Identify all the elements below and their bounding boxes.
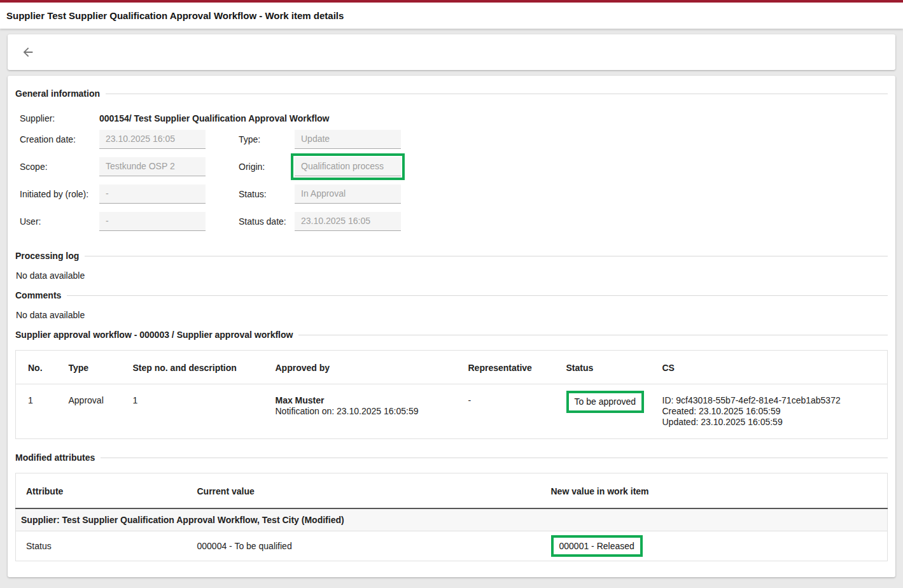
approval-table-row: 1 Approval 1 Max Muster Notification on:…	[16, 384, 888, 439]
type-label: Type:	[239, 134, 295, 144]
modified-table-header-row: Attribute Current value New value in wor…	[16, 473, 888, 509]
type-field: Update	[295, 130, 401, 149]
work-item-details-card: General information Supplier: 000154/ Te…	[8, 76, 895, 577]
section-divider	[85, 256, 888, 256]
status-label: Status:	[239, 189, 295, 199]
col-new-value: New value in work item	[541, 473, 888, 509]
form-row: User: - Status date: 23.10.2025 16:05	[20, 207, 888, 235]
title-bar: Supplier Test Supplier Qualification App…	[0, 3, 903, 29]
section-modified-attributes: Modified attributes	[15, 452, 888, 463]
modified-table-group-row: Supplier: Test Supplier Qualification Ap…	[16, 508, 888, 531]
scope-field: Testkunde OSP 2	[99, 157, 206, 176]
scope-label: Scope:	[20, 162, 99, 172]
section-divider	[67, 295, 888, 296]
form-row: Initiated by (role): - Status: In Approv…	[20, 180, 888, 207]
processing-log-empty-text: No data available	[16, 270, 888, 281]
status-date-label: Status date:	[239, 216, 295, 227]
col-approved-by: Approved by	[263, 351, 456, 384]
supplier-row: Supplier: 000154/ Test Supplier Qualific…	[20, 113, 888, 123]
cell-type: Approval	[57, 384, 121, 439]
section-divider	[106, 94, 888, 94]
creation-date-label: Creation date:	[20, 134, 99, 144]
col-cs: CS	[650, 351, 888, 384]
col-step: Step no. and description	[121, 351, 263, 384]
back-button[interactable]	[21, 45, 35, 59]
form-row: Scope: Testkunde OSP 2 Origin: Qualifica…	[20, 153, 888, 180]
page-title: Supplier Test Supplier Qualification App…	[6, 10, 344, 21]
cell-new-value: 000001 - Released	[541, 531, 888, 561]
cs-updated: Updated: 23.10.2025 16:05:59	[662, 417, 883, 428]
origin-field-highlight: Qualification process	[291, 153, 405, 180]
section-general-information: General information	[15, 88, 888, 99]
modified-table-row: Status 000004 - To be qualified 000001 -…	[16, 531, 888, 561]
approver-name: Max Muster	[276, 395, 451, 406]
section-title: General information	[15, 88, 100, 99]
col-type: Type	[57, 351, 121, 384]
section-comments: Comments	[15, 290, 888, 300]
section-title: Supplier approval workflow - 000003 / Su…	[15, 330, 293, 340]
cs-created: Created: 23.10.2025 16:05:59	[662, 406, 883, 417]
section-title: Processing log	[15, 251, 79, 261]
approval-table-header-row: No. Type Step no. and description Approv…	[16, 351, 888, 384]
supplier-value: 000154/ Test Supplier Qualification Appr…	[99, 113, 330, 123]
cs-id: ID: 9cf43018-55b7-4ef2-81e4-71ceb1ab5372	[662, 395, 883, 406]
section-divider	[298, 335, 888, 335]
comments-empty-text: No data available	[16, 310, 888, 320]
approver-notification: Notification on: 23.10.2025 16:05:59	[276, 406, 451, 417]
origin-field: Qualification process	[295, 157, 401, 176]
col-attribute: Attribute	[16, 473, 187, 509]
col-current-value: Current value	[187, 473, 541, 509]
approval-workflow-table: No. Type Step no. and description Approv…	[15, 350, 888, 439]
initiated-by-label: Initiated by (role):	[20, 189, 99, 199]
cell-current-value: 000004 - To be qualified	[187, 531, 541, 561]
section-title: Comments	[15, 290, 61, 300]
section-title: Modified attributes	[15, 452, 95, 463]
section-approval-workflow: Supplier approval workflow - 000003 / Su…	[15, 330, 888, 340]
section-processing-log: Processing log	[15, 251, 888, 261]
group-header: Supplier: Test Supplier Qualification Ap…	[16, 508, 888, 531]
status-badge-highlight: To be approved	[566, 391, 645, 413]
col-status: Status	[554, 351, 650, 384]
arrow-left-icon	[21, 45, 35, 59]
cell-approved-by: Max Muster Notification on: 23.10.2025 1…	[263, 384, 456, 439]
col-representative: Representative	[456, 351, 554, 384]
supplier-label: Supplier:	[20, 113, 99, 123]
status-field: In Approval	[295, 185, 401, 204]
user-field: -	[99, 212, 206, 231]
creation-date-field: 23.10.2025 16:05	[99, 130, 206, 149]
form-row: Creation date: 23.10.2025 16:05 Type: Up…	[20, 125, 888, 153]
cell-attribute: Status	[16, 531, 187, 561]
cell-representative: -	[456, 384, 554, 439]
col-no: No.	[16, 351, 57, 384]
cell-step: 1	[121, 384, 263, 439]
status-date-field: 23.10.2025 16:05	[295, 212, 401, 231]
user-label: User:	[20, 216, 99, 227]
cell-status: To be approved	[554, 384, 650, 439]
cell-no: 1	[16, 384, 57, 439]
toolbar-card	[8, 34, 895, 70]
section-divider	[101, 458, 888, 458]
cell-cs: ID: 9cf43018-55b7-4ef2-81e4-71ceb1ab5372…	[650, 384, 888, 439]
initiated-by-field: -	[99, 185, 206, 204]
origin-label: Origin:	[239, 162, 295, 172]
modified-attributes-table: Attribute Current value New value in wor…	[15, 473, 888, 561]
new-value-highlight: 000001 - Released	[551, 535, 643, 557]
